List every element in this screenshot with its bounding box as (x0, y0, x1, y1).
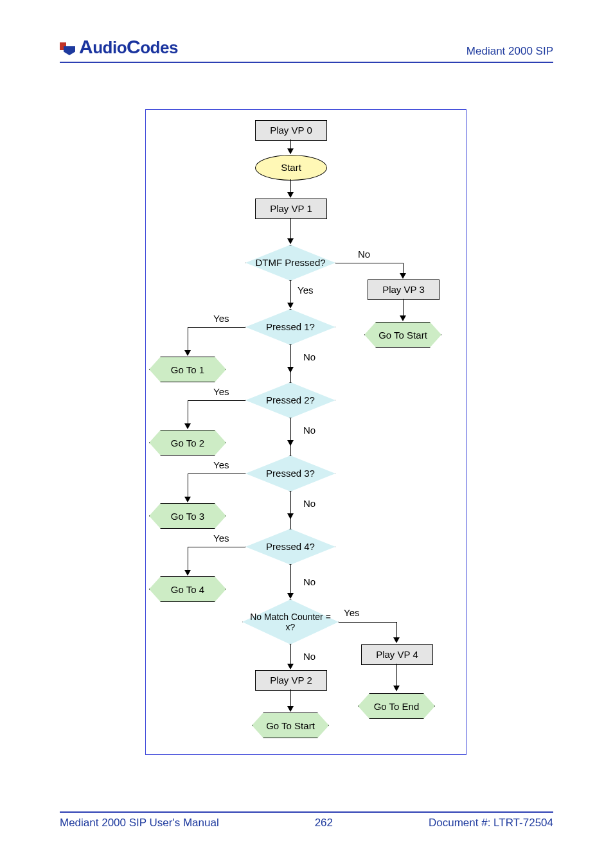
flowchart-canvas: Play VP 0 Start Play VP 1 DTMF Pressed? … (145, 109, 466, 755)
edge-label-no: No (358, 249, 370, 260)
decision-no-match-counter: No Match Counter = x? (242, 599, 339, 644)
connector (335, 263, 403, 263)
label: Pressed 4? (266, 541, 315, 552)
connector (339, 622, 396, 623)
arrowhead-icon (287, 706, 294, 712)
goto-start-right: Go To Start (364, 322, 441, 348)
terminator-start: Start (255, 155, 327, 181)
footer-left: Mediant 2000 SIP User's Manual (60, 817, 219, 829)
edge-label-no: No (303, 651, 315, 662)
label: Go To Start (378, 330, 427, 341)
page-header: AudioCodes Mediant 2000 SIP (60, 36, 553, 63)
page-footer: Mediant 2000 SIP User's Manual 262 Docum… (60, 811, 553, 829)
goto-3: Go To 3 (149, 503, 226, 529)
flag-icon (60, 42, 75, 58)
process-play-vp0: Play VP 0 (255, 120, 327, 141)
logo-text: AudioCodes (79, 36, 178, 58)
label: DTMF Pressed? (255, 257, 325, 268)
connector (290, 444, 291, 456)
decision-dtmf-pressed: DTMF Pressed? (245, 245, 335, 281)
footer-right: Document #: LTRT-72504 (429, 817, 553, 829)
label: Go To 3 (171, 511, 204, 522)
label: Go To 4 (171, 584, 204, 595)
edge-label-yes: Yes (298, 285, 313, 296)
process-play-vp1: Play VP 1 (255, 199, 327, 219)
label: Play VP 0 (270, 125, 312, 136)
arrowhead-icon (400, 315, 406, 321)
label: Pressed 2? (266, 394, 315, 405)
goto-1: Go To 1 (149, 357, 226, 382)
decision-pressed-1: Pressed 1? (245, 309, 335, 345)
arrowhead-icon (184, 497, 191, 502)
arrowhead-icon (287, 664, 294, 669)
goto-end: Go To End (358, 693, 435, 719)
process-play-vp3: Play VP 3 (368, 279, 440, 300)
label: Go To Start (266, 720, 315, 731)
connector (188, 400, 245, 401)
arrowhead-icon (287, 192, 294, 198)
label: No Match Counter = x? (250, 612, 331, 632)
edge-label-no: No (303, 576, 315, 587)
arrowhead-icon (393, 686, 400, 691)
connector (188, 474, 245, 474)
arrowhead-icon (287, 303, 294, 308)
edge-label-yes: Yes (213, 386, 229, 397)
connector (188, 547, 245, 547)
connector (290, 371, 291, 382)
label: Play VP 1 (270, 203, 312, 214)
edge-label-no: No (303, 351, 315, 362)
arrowhead-icon (184, 570, 191, 576)
label: Go To 2 (171, 438, 204, 448)
edge-label-yes: Yes (213, 459, 229, 470)
edge-label-yes: Yes (344, 607, 359, 618)
goto-2: Go To 2 (149, 430, 226, 456)
label: Pressed 1? (266, 321, 315, 332)
label: Play VP 3 (382, 284, 425, 295)
edge-label-yes: Yes (213, 313, 229, 324)
connector (188, 327, 245, 328)
edge-label-no: No (303, 425, 315, 436)
edge-label-yes: Yes (213, 533, 229, 544)
connector (290, 517, 291, 529)
label: Play VP 4 (376, 649, 418, 660)
arrowhead-icon (287, 593, 294, 599)
goto-4: Go To 4 (149, 576, 226, 602)
decision-pressed-2: Pressed 2? (245, 382, 335, 418)
decision-pressed-3: Pressed 3? (245, 456, 335, 492)
process-play-vp2: Play VP 2 (255, 670, 327, 691)
product-name: Mediant 2000 SIP (466, 45, 553, 58)
goto-start-bottom: Go To Start (252, 713, 329, 738)
connector (290, 565, 291, 597)
label: Go To End (374, 701, 420, 712)
edge-label-no: No (303, 498, 315, 509)
arrowhead-icon (287, 238, 294, 244)
footer-center: 262 (315, 817, 333, 829)
decision-pressed-4: Pressed 4? (245, 529, 335, 565)
arrowhead-icon (184, 423, 191, 429)
label: Start (281, 162, 301, 173)
process-play-vp4: Play VP 4 (361, 644, 433, 665)
label: Pressed 3? (266, 468, 315, 479)
arrowhead-icon (184, 350, 191, 356)
arrowhead-icon (287, 148, 294, 154)
document-page: AudioCodes Mediant 2000 SIP Mediant 2000… (0, 0, 613, 868)
label: Go To 1 (171, 364, 204, 375)
arrowhead-icon (400, 273, 406, 279)
arrowhead-icon (393, 637, 400, 643)
label: Play VP 2 (270, 675, 312, 686)
brand-logo: AudioCodes (60, 36, 178, 58)
